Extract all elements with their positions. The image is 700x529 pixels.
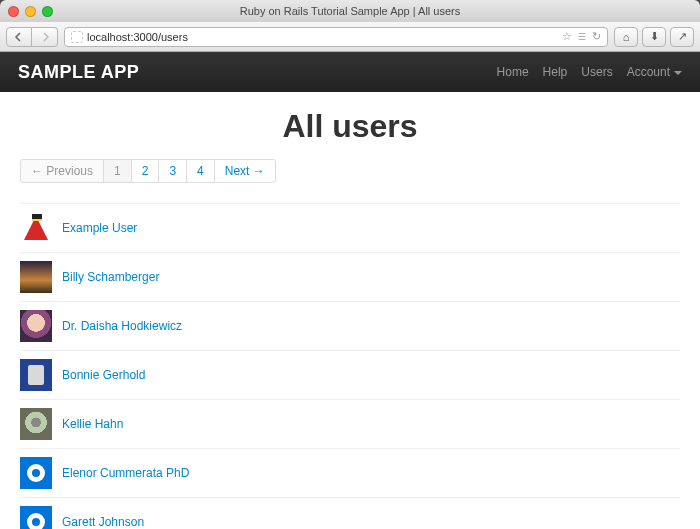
avatar: [20, 359, 52, 391]
avatar: [20, 457, 52, 489]
user-row: Billy Schamberger: [20, 253, 680, 302]
minimize-window-button[interactable]: [25, 6, 36, 17]
user-link[interactable]: Elenor Cummerata PhD: [62, 466, 189, 480]
downloads-icon[interactable]: ⬇: [642, 27, 666, 47]
user-link[interactable]: Garett Johnson: [62, 515, 144, 529]
user-link[interactable]: Example User: [62, 221, 137, 235]
avatar: [20, 506, 52, 529]
pagination-page-4[interactable]: 4: [186, 159, 215, 183]
nav-links: Home Help Users Account: [497, 65, 682, 79]
nav-users[interactable]: Users: [581, 65, 612, 79]
browser-toolbar: localhost:3000/users ☆ ☰ ↻ ⌂ ⬇ ↗: [0, 22, 700, 52]
user-row: Bonnie Gerhold: [20, 351, 680, 400]
user-row: Elenor Cummerata PhD: [20, 449, 680, 498]
home-icon[interactable]: ⌂: [614, 27, 638, 47]
share-icon[interactable]: ↗: [670, 27, 694, 47]
avatar: [20, 261, 52, 293]
user-row: Dr. Daisha Hodkiewicz: [20, 302, 680, 351]
pagination-page-3[interactable]: 3: [158, 159, 187, 183]
user-row: Example User: [20, 204, 680, 253]
avatar: [20, 212, 52, 244]
window-titlebar: Ruby on Rails Tutorial Sample App | All …: [0, 0, 700, 22]
avatar: [20, 310, 52, 342]
app-navbar: SAMPLE APP Home Help Users Account: [0, 52, 700, 92]
brand-logo[interactable]: SAMPLE APP: [18, 62, 139, 83]
page-title: All users: [20, 108, 680, 145]
window-title: Ruby on Rails Tutorial Sample App | All …: [0, 5, 700, 17]
pagination-prev: ← Previous: [20, 159, 104, 183]
user-link[interactable]: Bonnie Gerhold: [62, 368, 145, 382]
users-list: Example User Billy Schamberger Dr. Daish…: [20, 203, 680, 529]
svg-rect-2: [32, 219, 42, 221]
close-window-button[interactable]: [8, 6, 19, 17]
avatar: [20, 408, 52, 440]
pagination-page-1[interactable]: 1: [103, 159, 132, 183]
zoom-window-button[interactable]: [42, 6, 53, 17]
site-icon: [71, 31, 83, 43]
chevron-down-icon: [674, 71, 682, 75]
pagination: ← Previous 1 2 3 4 Next →: [20, 159, 680, 183]
nav-help[interactable]: Help: [543, 65, 568, 79]
user-link[interactable]: Dr. Daisha Hodkiewicz: [62, 319, 182, 333]
back-button[interactable]: [6, 27, 32, 47]
page-viewport[interactable]: SAMPLE APP Home Help Users Account All u…: [0, 52, 700, 529]
pagination-next[interactable]: Next →: [214, 159, 276, 183]
user-row: Kellie Hahn: [20, 400, 680, 449]
bookmark-star-icon[interactable]: ☆: [562, 30, 572, 43]
traffic-lights: [0, 6, 53, 17]
url-bar[interactable]: localhost:3000/users ☆ ☰ ↻: [64, 27, 608, 47]
user-row: Garett Johnson: [20, 498, 680, 529]
user-link[interactable]: Billy Schamberger: [62, 270, 159, 284]
reader-icon[interactable]: ☰: [578, 32, 586, 42]
url-text: localhost:3000/users: [87, 31, 188, 43]
pagination-page-2[interactable]: 2: [131, 159, 160, 183]
nav-account-dropdown[interactable]: Account: [627, 65, 682, 79]
forward-button[interactable]: [32, 27, 58, 47]
reload-icon[interactable]: ↻: [592, 30, 601, 43]
user-link[interactable]: Kellie Hahn: [62, 417, 123, 431]
nav-home[interactable]: Home: [497, 65, 529, 79]
